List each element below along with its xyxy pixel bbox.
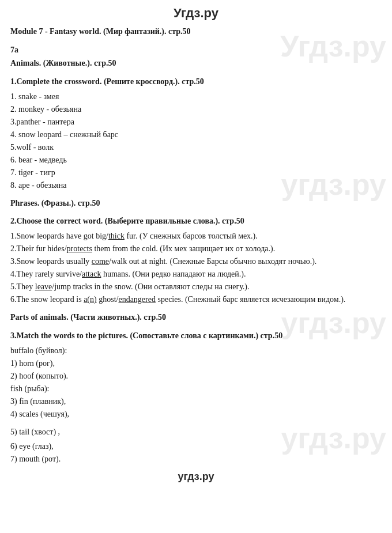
task3-item-7: 7) mouth (рот).: [10, 453, 382, 465]
section-a-title: Animals. (Животные.). стр.50: [10, 57, 382, 70]
task3-item-2: 2) hoof (копыто).: [10, 370, 382, 382]
task2-item-4: 4.They rarely survive/attack humans. (Он…: [10, 268, 382, 280]
task1-item-7: 7. tiger - тигр: [10, 167, 382, 179]
task1-title: 1.Complete the crossword. (Решите кроссв…: [10, 75, 382, 88]
footer-logo: угдз.ру: [10, 471, 382, 483]
task1-item-3: 3.panther - пантера: [10, 116, 382, 128]
module-title: Module 7 - Fantasy world. (Мир фантазий.…: [10, 25, 382, 38]
task1-item-4: 4. snow leopard – снежный барс: [10, 128, 382, 141]
task2-item-3: 3.Snow leopards usually come/walk out at…: [10, 255, 382, 267]
task3-item-4: 4) scales (чешуя),: [10, 408, 382, 420]
section-a-label: 7а: [10, 44, 382, 56]
site-title: Угдз.ру: [10, 6, 382, 21]
task2-item-5: 5.They leave/jump tracks in the snow. (О…: [10, 281, 382, 293]
task1-item-8: 8. ape - обезьяна: [10, 179, 382, 191]
task2-item-1: 1.Snow leopards have got big/thick fur. …: [10, 230, 382, 242]
task2-title: 2.Choose the correct word. (Выберите пра…: [10, 215, 382, 228]
task3-item-5: 5) tail (хвост) ,: [10, 421, 382, 440]
phrases-title: Phrases. (Фразы.). стр.50: [10, 197, 382, 210]
task1-item-6: 6. bear - медведь: [10, 154, 382, 166]
task2-item-6: 6.The snow leopard is a(n) ghost/endange…: [10, 293, 382, 305]
task3-item-fish: fish (рыба):: [10, 383, 382, 395]
task3-item-3: 3) fin (плавник),: [10, 395, 382, 407]
task3-item-buffalo: buffalo (буйвол):: [10, 345, 382, 357]
task3-item-1: 1) horn (рог),: [10, 357, 382, 369]
task2-item-2: 2.Their fur hides/protects them from the…: [10, 243, 382, 255]
task3-title: 3.Match the words to the pictures. (Сопо…: [10, 330, 382, 342]
task1-item-5: 5.wolf - волк: [10, 141, 382, 153]
task1-item-1: 1. snake - змея: [10, 90, 382, 103]
task3-item-6: 6) eye (глаз),: [10, 440, 382, 452]
task1-item-2: 2. monkey - обезьяна: [10, 103, 382, 115]
parts-title: Parts of animals. (Части животных.). стр…: [10, 311, 382, 324]
